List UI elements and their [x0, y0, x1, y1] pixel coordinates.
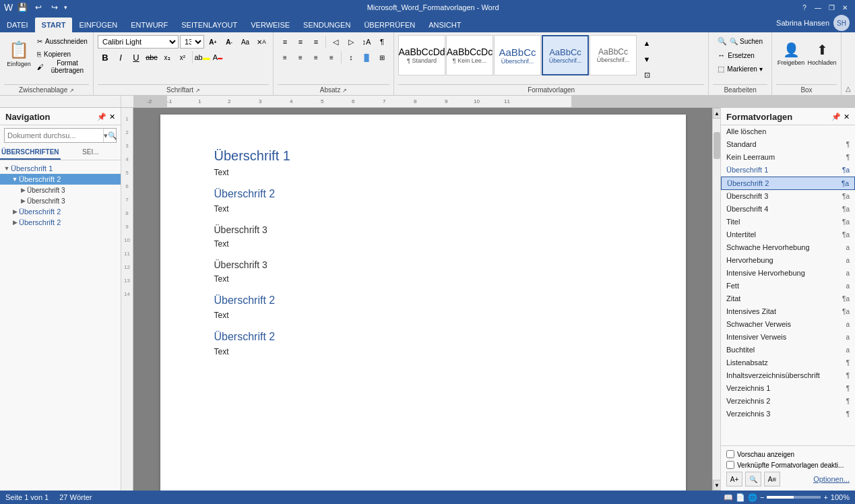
font-size-dropdown[interactable]: 13: [180, 35, 204, 49]
web-layout-btn[interactable]: 🌐: [748, 493, 757, 502]
shading-btn[interactable]: █: [359, 51, 374, 64]
nav-tab-seiten[interactable]: SEI...: [61, 146, 121, 160]
doc-heading2-1[interactable]: Überschrift 2: [214, 188, 632, 200]
format-item-verzeichnis2[interactable]: Verzeichnis 2 ¶: [721, 395, 855, 408]
linked-checkbox[interactable]: [726, 461, 734, 469]
doc-text-2[interactable]: Text: [214, 204, 632, 214]
zoom-slider[interactable]: [767, 496, 821, 499]
format-item-intensives-zitat[interactable]: Intensives Zitat ¶a: [721, 305, 855, 318]
nav-item-h2-3[interactable]: ▶ Überschrift 2: [0, 217, 121, 228]
doc-text-3[interactable]: Text: [214, 239, 632, 249]
style-h2[interactable]: AaBbCc Überschrif...: [542, 35, 589, 75]
styles-expand[interactable]: ⊡: [639, 68, 654, 82]
read-mode-btn[interactable]: 📖: [724, 493, 733, 502]
minimize-btn[interactable]: —: [812, 2, 824, 13]
suchen-btn[interactable]: 🔍 🔍 Suchen: [713, 35, 767, 48]
format-item-inhaltsverzeichnis[interactable]: Inhaltsverzeichnisüberschrift ¶: [721, 369, 855, 382]
nav-search-dropdown[interactable]: ▾: [103, 129, 108, 142]
doc-heading1[interactable]: Überschrift 1: [214, 148, 632, 164]
format-item-intensive-hervorhebung[interactable]: Intensive Hervorhebung a: [721, 267, 855, 280]
format-item-hervorhebung[interactable]: Hervorhebung a: [721, 254, 855, 267]
format-item-kein-leerraum[interactable]: Kein Leerraum ¶: [721, 151, 855, 164]
ersetzen-btn[interactable]: ↔ Ersetzen: [713, 49, 759, 61]
font-name-dropdown[interactable]: Calibri Light: [98, 35, 179, 49]
align-left-btn[interactable]: ≡: [278, 51, 292, 64]
subscript-btn[interactable]: x₂: [160, 51, 175, 64]
nav-item-h3-2[interactable]: ▶ Überschrift 3: [0, 195, 121, 206]
format-pane-pin-icon[interactable]: 📌: [831, 113, 841, 121]
ribbon-collapse-btn[interactable]: △: [842, 85, 855, 92]
tab-ansicht[interactable]: ANSICHT: [422, 18, 468, 32]
copy-button[interactable]: ⎘Kopieren: [35, 48, 75, 60]
format-item-buchtitel[interactable]: Buchtitel a: [721, 344, 855, 356]
inspect-style-btn[interactable]: 🔍: [745, 472, 761, 486]
italic-btn[interactable]: I: [113, 51, 128, 64]
case-btn[interactable]: Aa: [238, 35, 253, 49]
format-item-schwache-hervorhebung[interactable]: Schwache Hervorhebung a: [721, 241, 855, 254]
format-item-fett[interactable]: Fett a: [721, 280, 855, 292]
doc-text-4[interactable]: Text: [214, 274, 632, 284]
indent-btn[interactable]: ▷: [344, 35, 358, 49]
scroll-thumb[interactable]: [714, 132, 720, 159]
format-item-titel[interactable]: Titel ¶a: [721, 216, 855, 228]
cut-button[interactable]: ✂Ausschneiden: [35, 35, 75, 47]
multilevel-btn[interactable]: ≡: [309, 35, 323, 49]
tab-entwurf[interactable]: ENTWURF: [124, 18, 175, 32]
doc-text-1[interactable]: Text: [214, 168, 632, 177]
format-item-listenabsatz[interactable]: Listenabsatz ¶: [721, 356, 855, 369]
nav-close-icon[interactable]: ✕: [109, 113, 115, 121]
format-pane-close-icon[interactable]: ✕: [844, 113, 850, 121]
style-kein-leerraum[interactable]: AaBbCcDc ¶ Kein Lee...: [446, 35, 493, 75]
document-area[interactable]: Überschrift 1 Text Überschrift 2 Text Üb…: [133, 108, 712, 491]
strikethrough-btn[interactable]: abc: [144, 51, 159, 64]
format-item-zitat[interactable]: Zitat ¶a: [721, 292, 855, 305]
scroll-down-btn[interactable]: ▼: [713, 480, 720, 491]
nav-pin-icon[interactable]: 📌: [97, 113, 106, 121]
format-item-alle-loeschen[interactable]: Alle löschen: [721, 125, 855, 138]
freigeben-btn[interactable]: 👤 Freigeben: [776, 35, 806, 72]
nav-item-h2-2[interactable]: ▶ Überschrift 2: [0, 206, 121, 217]
format-item-verzeichnis3[interactable]: Verzeichnis 3 ¶: [721, 408, 855, 420]
hochladen-btn[interactable]: ⬆ Hochladen: [807, 35, 837, 72]
format-item-standard[interactable]: Standard ¶: [721, 138, 855, 151]
help-btn[interactable]: ?: [798, 2, 811, 13]
bold-btn[interactable]: B: [98, 51, 113, 64]
tab-einfuegen[interactable]: EINFÜGEN: [72, 18, 124, 32]
align-center-btn[interactable]: ≡: [293, 51, 308, 64]
document-page[interactable]: Überschrift 1 Text Überschrift 2 Text Üb…: [160, 115, 686, 491]
format-item-ueberschrift1[interactable]: Überschrift 1 ¶a: [721, 164, 855, 177]
zoom-in-btn[interactable]: +: [823, 493, 827, 501]
format-item-ueberschrift4[interactable]: Überschrift 4 ¶a: [721, 203, 855, 216]
doc-text-6[interactable]: Text: [214, 347, 632, 356]
font-grow-btn[interactable]: A+: [205, 35, 220, 49]
doc-heading2-3[interactable]: Überschrift 2: [214, 331, 632, 343]
nav-search-input[interactable]: [5, 131, 103, 139]
doc-scrollbar[interactable]: ▲ ▼: [712, 108, 720, 491]
print-layout-btn[interactable]: 📄: [736, 493, 745, 502]
options-link[interactable]: Optionen...: [813, 475, 850, 483]
nav-search-icon[interactable]: 🔍: [108, 129, 117, 142]
tab-seitenlayout[interactable]: SEITENLAYOUT: [175, 18, 244, 32]
borders-btn[interactable]: ⊞: [375, 51, 389, 64]
tab-datei[interactable]: DATEI: [0, 18, 35, 32]
styles-scroll-down[interactable]: ▼: [639, 53, 654, 66]
format-item-ueberschrift3[interactable]: Überschrift 3 ¶a: [721, 190, 855, 203]
style-h1[interactable]: AaBbCc Überschrif...: [494, 35, 541, 75]
numbering-btn[interactable]: ≡: [293, 35, 308, 49]
doc-text-5[interactable]: Text: [214, 311, 632, 320]
styles-scroll-up[interactable]: ▲: [639, 36, 654, 50]
doc-heading3-2[interactable]: Überschrift 3: [214, 259, 632, 270]
font-shrink-btn[interactable]: A-: [222, 35, 236, 49]
format-item-ueberschrift2[interactable]: Überschrift 2 ¶a: [721, 177, 855, 190]
align-right-btn[interactable]: ≡: [309, 51, 323, 64]
close-btn[interactable]: ✕: [839, 2, 851, 13]
justify-btn[interactable]: ≡: [324, 51, 339, 64]
doc-heading3-1[interactable]: Überschrift 3: [214, 224, 632, 235]
nav-item-h2-1[interactable]: ▼ Überschrift 2: [0, 174, 121, 185]
paste-button[interactable]: 📋 Einfügen: [4, 35, 34, 72]
style-standard[interactable]: AaBbCcDd ¶ Standard: [398, 35, 445, 75]
restore-btn[interactable]: ❐: [825, 2, 837, 13]
text-highlight-btn[interactable]: ab▬: [195, 51, 210, 64]
bullets-btn[interactable]: ≡: [278, 35, 292, 49]
nav-tab-ueberschriften[interactable]: ÜBERSCHRIFTEN: [0, 146, 61, 160]
